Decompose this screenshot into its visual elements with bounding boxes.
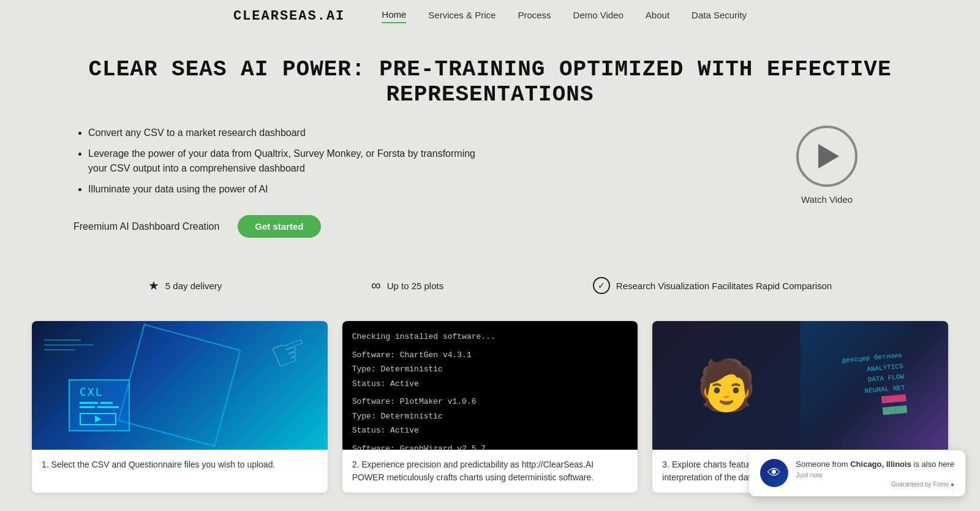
feature-delivery: ★ 5 day delivery — [148, 278, 222, 293]
card-1-description: 1. Select the CSV and Questionnaire file… — [32, 450, 328, 480]
nav-demo-video[interactable]: Demo Video — [573, 10, 624, 23]
cta-label: Freemium AI Dashboard Creation — [74, 221, 219, 232]
hero-right: Watch Video — [796, 126, 858, 205]
nav-about[interactable]: About — [646, 10, 669, 23]
card-2-terminal: Checking installed software... Software:… — [342, 321, 638, 450]
card-1-image: ☞ CXL — [32, 321, 328, 450]
feature-plots: ∞ Up to 25 plots — [371, 278, 443, 293]
card-1: ☞ CXL 1. Select the — [32, 321, 328, 493]
terminal-line-3: Status: Active — [352, 378, 628, 390]
hero-cta: Freemium AI Dashboard Creation Get start… — [74, 215, 490, 238]
terminal-line-7: Software: GraphWizard v2.5.7 — [352, 443, 628, 450]
card-3-image: 🧑 дексцер бетлоиs ANALYTICS DATA FLOW NE… — [652, 321, 948, 450]
navbar-links: Home Services & Price Process Demo Video… — [382, 9, 747, 23]
feature-visualization-text: Research Visualization Facilitates Rapid… — [616, 281, 832, 291]
card-3-person: 🧑 — [652, 321, 800, 450]
hero-bullets: Convert any CSV to a market research das… — [74, 126, 490, 197]
play-icon — [818, 144, 839, 168]
watch-video-label: Watch Video — [801, 194, 853, 205]
card-2: Checking installed software... Software:… — [342, 321, 638, 493]
hero-section: CLEAR SEAS AI POWER: PRE-TRAINING OPTIMI… — [0, 32, 980, 256]
terminal-line-1: Software: ChartGen v4.3.1 — [352, 349, 628, 361]
star-icon: ★ — [148, 278, 159, 293]
fomo-text-wrapper: Someone from Chicago, Illinois is also h… — [796, 459, 954, 488]
feature-plots-text: Up to 25 plots — [387, 281, 444, 291]
fomo-notification: 👁 Someone from Chicago, Illinois is also… — [749, 450, 965, 496]
fomo-text-block: Someone from Chicago, Illinois is also h… — [796, 459, 954, 479]
fomo-footer: Guaranteed by Fomo ● — [796, 481, 954, 488]
neon-overlay-text: дексцер бетлоиs ANALYTICS DATA FLOW NEUR… — [841, 350, 907, 420]
bullet-3: Illuminate your data using the power of … — [88, 182, 490, 197]
fomo-time: Just now — [796, 471, 954, 479]
nav-process[interactable]: Process — [518, 10, 551, 23]
features-row: ★ 5 day delivery ∞ Up to 25 plots ✓ Rese… — [0, 262, 980, 309]
hero-left: Convert any CSV to a market research das… — [74, 126, 490, 238]
csv-label: CXL — [69, 379, 130, 431]
terminal-header: Checking installed software... — [352, 331, 628, 343]
nav-services-price[interactable]: Services & Price — [428, 10, 496, 23]
hero-title: CLEAR SEAS AI POWER: PRE-TRAINING OPTIMI… — [74, 57, 907, 107]
terminal-line-5: Type: Deterministic — [352, 411, 628, 423]
navbar: CLEARSEAS.AI Home Services & Price Proce… — [0, 0, 980, 32]
fomo-eye-icon: 👁 — [767, 465, 781, 481]
bullet-1: Convert any CSV to a market research das… — [88, 126, 490, 140]
hero-content: Convert any CSV to a market research das… — [74, 126, 907, 238]
terminal-line-6: Status: Active — [352, 425, 628, 437]
bullet-2: Leverage the power of your data from Qua… — [88, 146, 490, 176]
fomo-suffix: is also here — [914, 460, 954, 469]
card-2-description: 2. Experience precision and predictabili… — [342, 450, 638, 493]
feature-visualization: ✓ Research Visualization Facilitates Rap… — [593, 277, 832, 294]
fomo-main-text: Someone from Chicago, Illinois is also h… — [796, 459, 954, 470]
fomo-location: Chicago, Illinois — [850, 460, 913, 469]
infinity-icon: ∞ — [371, 278, 381, 293]
watch-video-button[interactable] — [796, 126, 858, 187]
fomo-footer-icon: ● — [951, 481, 954, 488]
fomo-prefix: Someone from — [796, 460, 848, 469]
check-circle-icon: ✓ — [593, 277, 610, 294]
feature-delivery-text: 5 day delivery — [165, 281, 222, 291]
card-3-neon: дексцер бетлоиs ANALYTICS DATA FLOW NEUR… — [801, 321, 948, 450]
get-started-button[interactable]: Get started — [238, 215, 320, 238]
terminal-line-4: Software: PlotMaker v1.0.6 — [352, 396, 628, 408]
nav-home[interactable]: Home — [382, 9, 406, 23]
nav-data-security[interactable]: Data Security — [692, 10, 747, 23]
logo: CLEARSEAS.AI — [233, 9, 345, 24]
fomo-icon: 👁 — [760, 459, 788, 487]
terminal-line-2: Type: Deterministic — [352, 363, 628, 376]
